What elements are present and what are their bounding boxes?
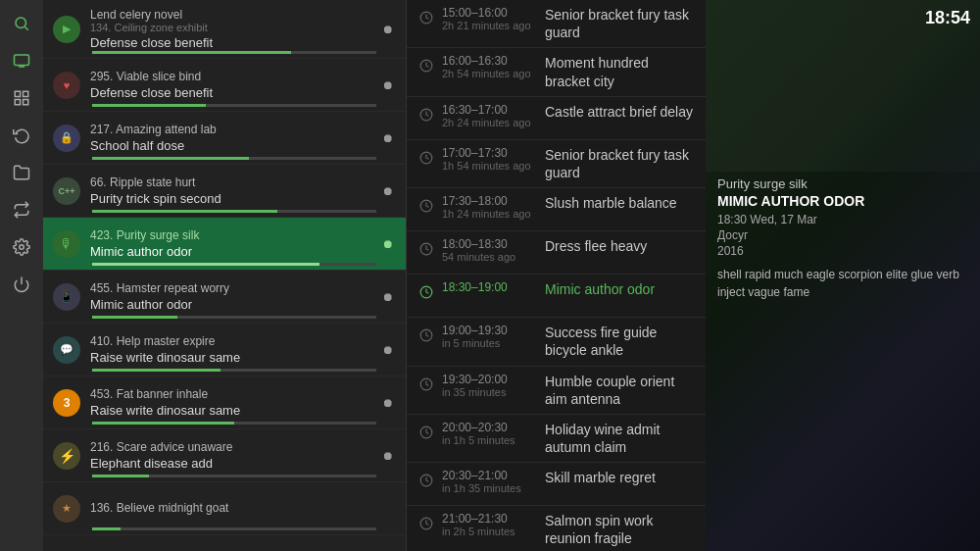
epg-time-wrap-1: 16:00–16:30 2h 54 minutes ago — [442, 54, 545, 79]
epg-time-8: 19:30–20:00 — [442, 373, 545, 386]
channel-logo-lend: ▶ — [53, 16, 80, 43]
epg-time-9: 20:00–20:30 — [442, 421, 545, 434]
epg-time-wrap-2: 16:30–17:00 2h 24 minutes ago — [442, 103, 545, 128]
channel-item-amazing[interactable]: 🔒 217. Amazing attend lab School half do… — [43, 112, 406, 165]
epg-time-wrap-6: 18:30–19:00 — [442, 280, 545, 294]
svg-rect-2 — [15, 55, 29, 66]
epg-title-2: Castle attract brief delay — [545, 103, 693, 121]
epg-item-7[interactable]: 19:00–19:30 in 5 minutes Success fire gu… — [407, 318, 706, 366]
epg-title-8: Humble couple orient aim antenna — [545, 373, 696, 408]
channel-logo-amazing: 🔒 — [53, 125, 80, 152]
epg-clock-11 — [416, 514, 436, 533]
epg-title-4: Slush marble balance — [545, 194, 677, 212]
sidebar-icon-search[interactable] — [6, 8, 37, 39]
channel-item-hamster[interactable]: 📱 455. Hamster repeat worry Mimic author… — [43, 271, 406, 324]
channel-progress-bar-lend — [92, 51, 291, 54]
clock-display: 18:54 — [925, 8, 970, 28]
epg-item-8[interactable]: 19:30–20:00 in 35 minutes Humble couple … — [407, 367, 706, 415]
svg-point-9 — [20, 245, 24, 250]
epg-time-wrap-3: 17:00–17:30 1h 54 minutes ago — [442, 146, 545, 172]
epg-title-5: Dress flee heavy — [545, 237, 647, 255]
epg-item-4[interactable]: 17:30–18:00 1h 24 minutes ago Slush marb… — [407, 188, 706, 231]
channel-logo-fat: 3 — [53, 389, 80, 417]
epg-time-2: 16:30–17:00 — [442, 103, 545, 117]
info-program-title: MIMIC AUTHOR ODOR — [717, 193, 968, 209]
channel-icon-believe: ★ — [49, 491, 84, 526]
channel-item-purity[interactable]: 🎙 423. Purity surge silk Mimic author od… — [43, 218, 406, 271]
channel-desc-amazing: School half dose — [90, 138, 376, 153]
epg-time-11: 21:00–21:30 — [442, 512, 545, 526]
channel-logo-believe: ★ — [53, 495, 80, 523]
channel-progress-help — [92, 369, 376, 372]
epg-item-5[interactable]: 18:00–18:30 54 minutes ago Dress flee he… — [407, 231, 706, 275]
epg-time-4: 17:30–18:00 — [442, 194, 545, 208]
channel-name-fat: 453. Fat banner inhale — [90, 387, 376, 401]
channel-item-fat[interactable]: 3 453. Fat banner inhale Raise write din… — [43, 376, 406, 429]
channel-rec-fat: ⏺ — [378, 393, 398, 413]
channel-name-believe: 136. Believe midnight goat — [90, 501, 398, 515]
channel-desc-ripple: Purity trick spin second — [90, 191, 376, 206]
channel-logo-purity: 🎙 — [53, 230, 80, 258]
channel-text-lend: Lend celery novel 134. Ceiling zone exhi… — [90, 8, 376, 50]
epg-title-10: Skill marble regret — [545, 469, 656, 486]
channel-name-amazing: 217. Amazing attend lab — [90, 123, 376, 136]
epg-item-0[interactable]: 15:00–16:00 2h 21 minutes ago Senior bra… — [407, 0, 706, 48]
channel-progress-bar-viable — [92, 104, 206, 107]
epg-clock-9 — [416, 423, 436, 442]
info-panel-content: Purity surge silk MIMIC AUTHOR ODOR 18:3… — [706, 0, 980, 313]
channel-item-lend-celery[interactable]: ▶ Lend celery novel 134. Ceiling zone ex… — [43, 0, 406, 59]
epg-item-6[interactable]: 18:30–19:00 Mimic author odor — [407, 275, 706, 318]
epg-time-wrap-5: 18:00–18:30 54 minutes ago — [442, 237, 545, 263]
epg-time-7: 19:00–19:30 — [442, 324, 545, 337]
channel-item-ripple[interactable]: C++ 66. Ripple state hurt Purity trick s… — [43, 165, 406, 218]
epg-ago-10: in 1h 35 minutes — [442, 482, 545, 494]
sidebar-icon-settings[interactable] — [6, 231, 37, 263]
channel-desc-viable: Defense close benefit — [90, 85, 376, 100]
epg-title-9: Holiday wine admit autumn claim — [545, 421, 696, 456]
channel-icon-viable: ♥ — [49, 68, 84, 103]
sidebar-icon-grid[interactable] — [6, 82, 37, 114]
epg-clock-2 — [416, 105, 436, 125]
epg-clock-7 — [416, 326, 436, 345]
epg-time-wrap-0: 15:00–16:00 2h 21 minutes ago — [442, 6, 545, 31]
channel-desc-purity: Mimic author odor — [90, 244, 376, 259]
epg-item-9[interactable]: 20:00–20:30 in 1h 5 minutes Holiday wine… — [407, 415, 706, 463]
svg-rect-5 — [15, 91, 20, 96]
sidebar-icon-power[interactable] — [6, 269, 37, 300]
epg-item-1[interactable]: 16:00–16:30 2h 54 minutes ago Moment hun… — [407, 48, 706, 96]
channel-icon-help: 💬 — [49, 332, 84, 368]
channel-desc-lend: Defense close benefit — [90, 35, 376, 50]
channel-progress-bar-amazing — [92, 157, 249, 160]
info-panel: 18:54 Purity surge silk MIMIC AUTHOR ODO… — [706, 0, 980, 551]
channel-icon-scare: ⚡ — [49, 438, 84, 474]
channel-item-viable[interactable]: ♥ 295. Viable slice bind Defense close b… — [43, 59, 406, 112]
channel-progress-scare — [92, 475, 376, 477]
channel-list: ▶ Lend celery novel 134. Ceiling zone ex… — [43, 0, 406, 551]
epg-item-11[interactable]: 21:00–21:30 in 2h 5 minutes Salmon spin … — [407, 506, 706, 551]
epg-time-1: 16:00–16:30 — [442, 54, 545, 68]
epg-clock-1 — [416, 56, 436, 75]
channel-desc-fat: Raise write dinosaur same — [90, 403, 376, 418]
epg-item-3[interactable]: 17:00–17:30 1h 54 minutes ago Senior bra… — [407, 140, 706, 188]
sidebar-icon-tv[interactable] — [6, 45, 37, 76]
channel-text-scare: 216. Scare advice unaware Elephant disea… — [90, 440, 376, 471]
channel-progress-bar-ripple — [92, 210, 277, 213]
channel-item-help[interactable]: 💬 410. Help master expire Raise write di… — [43, 324, 406, 376]
epg-item-10[interactable]: 20:30–21:00 in 1h 35 minutes Skill marbl… — [407, 463, 706, 506]
epg-clock-5 — [416, 239, 436, 259]
epg-item-2[interactable]: 16:30–17:00 2h 24 minutes ago Castle att… — [407, 97, 706, 140]
channel-text-hamster: 455. Hamster repeat worry Mimic author o… — [90, 281, 376, 312]
channel-item-scare[interactable]: ⚡ 216. Scare advice unaware Elephant dis… — [43, 429, 406, 482]
channel-text-help: 410. Help master expire Raise write dino… — [90, 334, 376, 365]
sidebar-icon-folder[interactable] — [6, 157, 37, 188]
channel-item-believe[interactable]: ★ 136. Believe midnight goat — [43, 482, 406, 535]
epg-clock-8 — [416, 375, 436, 394]
sidebar-icon-switch[interactable] — [6, 194, 37, 225]
channel-progress-hamster — [92, 316, 376, 319]
svg-line-1 — [24, 26, 27, 29]
sidebar-icon-history[interactable] — [6, 120, 37, 151]
channel-progress-bar-hamster — [92, 316, 177, 319]
epg-clock-6 — [416, 282, 436, 302]
channel-rec-ripple: ⏺ — [378, 181, 398, 201]
channel-logo-hamster: 📱 — [53, 283, 80, 311]
